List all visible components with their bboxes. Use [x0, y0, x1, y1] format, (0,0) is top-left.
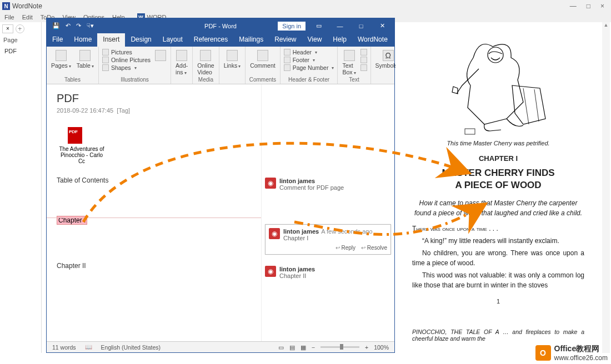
page-number-icon [284, 64, 291, 71]
doc-meta: 2018-09-22 16:47:45 [Tag] [57, 107, 251, 114]
scroll-up-icon[interactable]: ▲ [602, 22, 610, 28]
chapter-2-link[interactable]: Chapter II [57, 262, 251, 270]
zoom-slider[interactable] [320, 346, 359, 348]
avatar-icon: ◉ [265, 178, 276, 189]
para: There was once upon a time . . . [412, 224, 584, 234]
resolve-button[interactable]: Resolve [361, 245, 387, 251]
sidebar-heading: Page [3, 37, 38, 43]
word-tabs: File Home Insert Design Layout Reference… [47, 33, 394, 47]
page-number: 1 [412, 298, 584, 305]
chapter-intro: How it came to pass that Master Cherry t… [412, 198, 584, 218]
addins-button[interactable]: Add-ins [174, 49, 189, 77]
signin-button[interactable]: Sign in [278, 22, 306, 31]
save-icon[interactable]: 💾 [52, 22, 60, 29]
header-icon [284, 49, 291, 55]
pages-button[interactable]: Pages [50, 49, 72, 70]
sidebar-item-pdf[interactable]: PDF [2, 47, 39, 55]
header-button[interactable]: Header [284, 49, 334, 55]
pictures-icon [102, 49, 109, 55]
undo-icon[interactable]: ↶ [66, 22, 71, 29]
table-icon [79, 50, 91, 61]
links-icon [227, 50, 238, 61]
tab-layout[interactable]: Layout [157, 33, 188, 47]
para: No children, you are wrong. There was on… [412, 248, 584, 268]
tab-insert[interactable]: Insert [97, 33, 125, 47]
para: “A king!” my little readers will instant… [412, 236, 584, 246]
footer-icon [284, 57, 291, 63]
proofing-icon[interactable]: 📖 [85, 343, 92, 351]
word-count[interactable]: 11 words [52, 344, 76, 351]
tab-review[interactable]: Review [269, 33, 302, 47]
addins-icon [176, 50, 187, 61]
links-button[interactable]: Links [223, 49, 242, 70]
pages-icon [56, 50, 67, 61]
reply-button[interactable]: Reply [335, 245, 355, 251]
tab-mailings[interactable]: Mailings [233, 33, 269, 47]
tab-wordnote[interactable]: WordNote [352, 33, 393, 47]
word-close-icon[interactable]: ✕ [374, 21, 390, 31]
wordnote-app-name: WordNote [12, 2, 42, 10]
redo-icon[interactable]: ↷ [76, 22, 81, 29]
shapes-button[interactable]: Shapes [102, 64, 151, 71]
avatar-icon: ◉ [269, 228, 280, 239]
avatar-icon: ◉ [265, 266, 276, 277]
tab-view[interactable]: View [302, 33, 328, 47]
document-canvas[interactable]: PDF 2018-09-22 16:47:45 [Tag] The Advent… [47, 84, 261, 341]
vertical-scrollbar[interactable]: ▲ [602, 22, 610, 353]
textbox-button[interactable]: Text Box [341, 49, 357, 77]
textbox-icon [344, 50, 355, 61]
comment-3[interactable]: ◉ linton jamesChapter II [265, 266, 391, 279]
view-read-icon[interactable]: ▭ [278, 344, 284, 351]
table-button[interactable]: Table [76, 49, 95, 70]
menu-edit[interactable]: Edit [22, 14, 33, 21]
toc-heading: Table of Contents [57, 176, 251, 184]
omega-icon: Ω [383, 50, 394, 61]
view-web-icon[interactable]: ▦ [301, 344, 306, 351]
tab-home[interactable]: Home [68, 33, 97, 47]
office-logo-icon: O [535, 345, 551, 361]
zoom-percent[interactable]: 100% [374, 344, 389, 351]
online-video-button[interactable]: Online Video [196, 49, 215, 77]
comment-2-active[interactable]: ◉ linton jamesA few seconds agoChapter I… [265, 224, 391, 255]
sidebar-add-button[interactable]: + [16, 24, 24, 33]
comments-pane: ◉ linton jamesComment for PDF page ◉ lin… [261, 84, 394, 341]
tab-help[interactable]: Help [327, 33, 352, 47]
footer-button[interactable]: Footer [284, 57, 334, 63]
tab-design[interactable]: Design [125, 33, 157, 47]
page-number-button[interactable]: Page Number [284, 64, 334, 71]
chart-icon [155, 50, 166, 61]
svg-point-0 [488, 47, 503, 63]
online-pictures-button[interactable]: Online Pictures [102, 57, 151, 63]
pictures-button[interactable]: Pictures [102, 49, 151, 55]
page-footer: PINOCCHIO, THE TALE OF A … and fireplace… [412, 328, 584, 342]
chapter-title: MASTER CHERRY FINDSA PIECE OF WOOD [412, 167, 584, 191]
ribbon-options-icon[interactable]: ▭ [311, 21, 327, 31]
window-close-icon[interactable]: × [600, 2, 604, 10]
touch-mode-icon[interactable]: ☟▾ [87, 22, 94, 29]
online-pictures-icon [102, 57, 109, 63]
dropcap-icon [360, 64, 367, 71]
zoom-in-icon[interactable]: + [365, 344, 368, 351]
chart-button[interactable] [154, 49, 167, 62]
sidebar-close-tab[interactable]: × [2, 24, 13, 33]
tab-references[interactable]: References [188, 33, 233, 47]
view-print-icon[interactable]: ▤ [289, 344, 295, 351]
word-maximize-icon[interactable]: □ [353, 21, 369, 31]
ribbon: PagesTableTables PicturesOnline Pictures… [47, 47, 394, 84]
comment-1[interactable]: ◉ linton jamesComment for PDF page [265, 178, 391, 191]
zoom-out-icon[interactable]: − [312, 344, 315, 351]
window-minimize-icon[interactable]: — [570, 2, 577, 10]
comment-icon [257, 50, 268, 61]
wordnote-titlebar: N WordNote — □ × [0, 0, 611, 12]
comment-button[interactable]: Comment [249, 49, 277, 70]
menu-file[interactable]: File [4, 14, 14, 21]
pdf-attachment-icon[interactable] [68, 127, 82, 144]
wordnote-sidebar: × + Page PDF [0, 22, 42, 353]
chapter-label: CHAPTER I [412, 154, 584, 163]
para: This wood was not valuable: it was only … [412, 270, 584, 290]
wordart-icon [360, 57, 367, 63]
window-maximize-icon[interactable]: □ [587, 2, 590, 10]
word-minimize-icon[interactable]: — [332, 21, 348, 31]
language-status[interactable]: English (United States) [101, 344, 161, 351]
tab-file[interactable]: File [47, 33, 68, 47]
